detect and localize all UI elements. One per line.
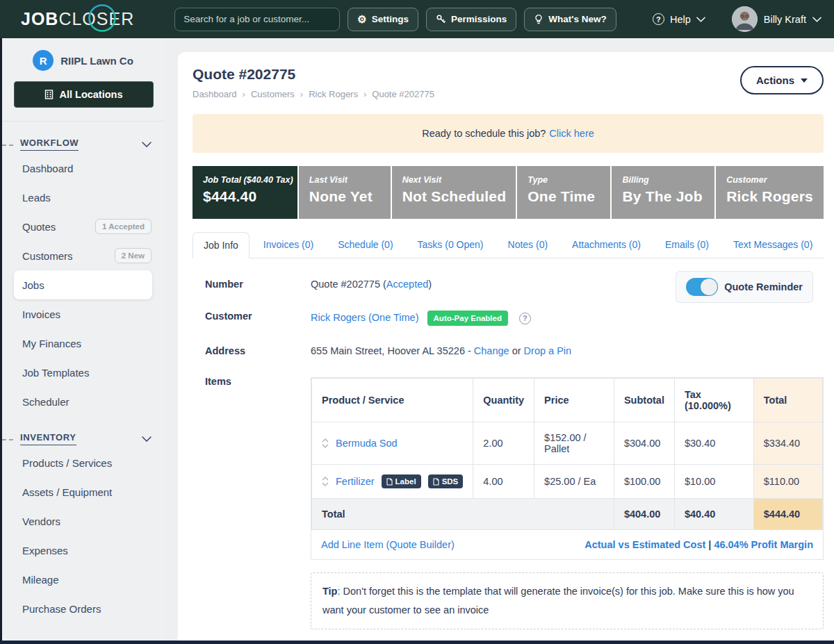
tab-tasks[interactable]: Tasks (0 Open) <box>407 232 494 258</box>
total-subtotal: $404.00 <box>614 499 674 530</box>
sidebar-item-my-finances[interactable]: My Finances <box>2 329 164 358</box>
sidebar-item-assets-equipment[interactable]: Assets / Equipment <box>2 477 164 506</box>
sidebar-item-mileage[interactable]: Mileage <box>2 565 164 594</box>
product-link[interactable]: Fertilizer <box>336 476 375 487</box>
stat-label: Customer <box>726 175 813 185</box>
sidebar-item-vendors[interactable]: Vendors <box>2 506 164 536</box>
items-table: Product / Service Quantity Price Subtota… <box>311 378 823 530</box>
settings-label: Settings <box>372 14 409 24</box>
label-document-badge[interactable]: Label <box>382 474 421 488</box>
help-menu[interactable]: ? Help <box>653 13 705 25</box>
product-link[interactable]: Bermuda Sod <box>336 438 398 449</box>
caret-down-icon <box>801 79 808 83</box>
help-icon: ? <box>653 13 664 25</box>
schedule-banner: Ready to schedule this job? Click here <box>193 114 824 153</box>
settings-button[interactable]: ⚙ Settings <box>348 8 418 31</box>
main-content: Quote #202775 Dashboard › Customers › Ri… <box>166 38 834 644</box>
document-icon <box>386 478 393 486</box>
sidebar-item-expenses[interactable]: Expenses <box>2 536 164 565</box>
sidebar-section-inventory[interactable]: INVENTORY <box>20 432 152 445</box>
search-input[interactable] <box>174 8 340 31</box>
quote-card: Quote #202775 Dashboard › Customers › Ri… <box>178 52 834 644</box>
stat-label: Billing <box>622 175 704 185</box>
stats-bar: Job Total ($40.40 Tax) $444.40 Last Visi… <box>193 166 824 219</box>
sidebar-item-quotes[interactable]: Quotes 1 Accepted <box>2 212 164 241</box>
whats-new-button[interactable]: What's New? <box>524 8 616 31</box>
breadcrumb-item-dashboard[interactable]: Dashboard <box>193 89 237 99</box>
user-menu[interactable]: Billy Kraft <box>732 6 821 32</box>
tip-box: Tip: Don't forget this is the template t… <box>311 572 824 629</box>
address-text: 655 Main Street, Hoover AL 35226 - <box>311 345 471 356</box>
chevron-down-icon <box>696 17 705 22</box>
sidebar-section-workflow[interactable]: WORKFLOW <box>20 138 152 151</box>
quote-reminder-control[interactable]: Quote Reminder <box>676 271 813 303</box>
quotes-accepted-badge: 1 Accepted <box>95 219 152 234</box>
quote-builder-link[interactable]: (Quote Builder) <box>386 539 455 550</box>
sidebar-item-label: Dashboard <box>22 163 73 174</box>
all-locations-button[interactable]: All Locations <box>14 81 154 108</box>
title-block: Quote #202775 Dashboard › Customers › Ri… <box>193 66 434 99</box>
question-circle-icon[interactable]: ? <box>519 313 531 324</box>
drop-a-pin-link[interactable]: Drop a Pin <box>524 345 572 356</box>
customer-row: Customer Rick Rogers (One Time) Auto-Pay… <box>193 308 824 326</box>
sidebar-item-products-services[interactable]: Products / Services <box>2 448 164 477</box>
company-avatar: R <box>33 50 54 71</box>
tab-bar: Job Info Invoices (0) Schedule (0) Tasks… <box>193 232 824 258</box>
item-row-bermuda-sod: Bermuda Sod 2.00 $152.00 / Pallet $304.0… <box>312 422 823 465</box>
sidebar-item-label: Mileage <box>22 574 59 586</box>
title-row: Quote #202775 Dashboard › Customers › Ri… <box>193 66 824 99</box>
sidebar-item-invoices[interactable]: Invoices <box>2 299 164 329</box>
tab-emails[interactable]: Emails (0) <box>655 232 719 258</box>
breadcrumb-item-customers[interactable]: Customers <box>251 89 295 99</box>
address-label: Address <box>205 343 311 356</box>
add-line-item-link[interactable]: Add Line Item <box>321 539 383 550</box>
paren-close: ) <box>428 279 432 290</box>
profit-margin-link[interactable]: 46.04% Profit Margin <box>714 539 813 550</box>
permissions-button[interactable]: Permissions <box>426 8 516 31</box>
tab-attachments[interactable]: Attachments (0) <box>562 232 651 258</box>
sds-document-badge[interactable]: SDS <box>428 474 464 488</box>
tab-job-info[interactable]: Job Info <box>193 232 250 258</box>
banner-click-here-link[interactable]: Click here <box>549 128 594 139</box>
address-change-link[interactable]: Change <box>474 345 509 356</box>
item-price: $25.00 / Ea <box>534 465 614 499</box>
tab-schedule[interactable]: Schedule (0) <box>327 232 403 258</box>
company-header[interactable]: R RIIPL Lawn Co <box>2 50 164 71</box>
reorder-handle-icon[interactable] <box>322 477 329 486</box>
reorder-handle-icon[interactable] <box>322 438 329 448</box>
actual-vs-estimated-link[interactable]: Actual vs Estimated Cost <box>584 539 705 550</box>
tip-bold: Tip <box>322 586 337 597</box>
sidebar-item-customers[interactable]: Customers 2 New <box>2 241 164 270</box>
address-or-text: or <box>512 345 521 356</box>
tab-text-messages[interactable]: Text Messages (0) <box>723 232 823 258</box>
items-row: Items Product / Service Quantity Price S… <box>193 374 824 629</box>
sidebar-item-dashboard[interactable]: Dashboard <box>2 154 164 183</box>
accepted-status-link[interactable]: Accepted <box>386 279 428 290</box>
tab-invoices[interactable]: Invoices (0) <box>253 232 324 258</box>
item-total: $334.40 <box>753 422 822 465</box>
help-label: Help <box>670 14 691 25</box>
tab-notes[interactable]: Notes (0) <box>498 232 559 258</box>
sidebar-item-scheduler[interactable]: Scheduler <box>2 387 164 416</box>
section-workflow-label: WORKFLOW <box>20 138 79 151</box>
customer-name-link[interactable]: Rick Rogers <box>311 312 366 323</box>
quote-reminder-toggle[interactable] <box>686 278 718 296</box>
bottom-edge-bar <box>0 641 834 644</box>
actions-button[interactable]: Actions <box>740 66 824 94</box>
stat-billing: Billing By The Job <box>612 166 714 219</box>
navbar-right: ? Help Billy Kraft <box>653 6 821 32</box>
breadcrumb-item-quote[interactable]: Quote #202775 <box>372 89 434 99</box>
sidebar-item-job-templates[interactable]: Job Templates <box>2 358 164 387</box>
customer-type-link[interactable]: (One Time) <box>368 312 419 323</box>
breadcrumb-item-rick-rogers[interactable]: Rick Rogers <box>309 89 358 99</box>
stat-value: $444.40 <box>203 188 287 205</box>
sidebar-item-label: Job Templates <box>22 367 89 379</box>
sidebar-item-jobs[interactable]: Jobs <box>14 270 152 299</box>
company-name: RIIPL Lawn Co <box>60 55 133 67</box>
total-grand: $444.40 <box>753 499 822 530</box>
breadcrumb-separator: › <box>363 89 366 99</box>
customer-label: Customer <box>205 308 311 322</box>
sidebar-item-leads[interactable]: Leads <box>2 183 164 212</box>
sidebar-item-label: Leads <box>22 192 51 204</box>
sidebar-item-purchase-orders[interactable]: Purchase Orders <box>2 594 164 623</box>
